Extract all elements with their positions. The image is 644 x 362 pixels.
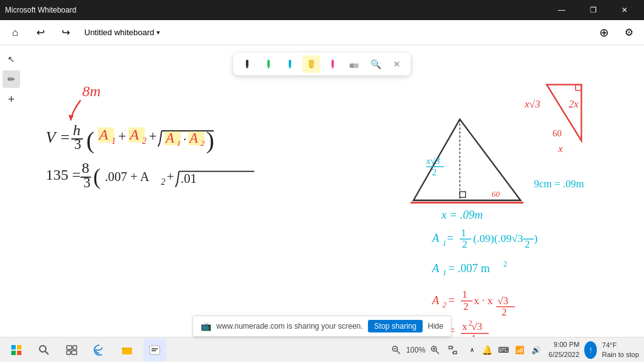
- toolbar-left: ⌂ ↩ ↪ Untitled whiteboard ▾: [5, 24, 591, 41]
- svg-text:1: 1: [462, 288, 467, 300]
- svg-text:h: h: [73, 122, 80, 138]
- svg-text:1: 1: [442, 268, 446, 277]
- svg-line-28: [158, 143, 160, 146]
- clock-date: 6/25/2022: [548, 350, 579, 359]
- volume-icon[interactable]: 🔊: [528, 341, 543, 359]
- svg-text:2: 2: [442, 300, 447, 309]
- left-sidebar: ↖ ✏ +: [0, 45, 23, 113]
- svg-marker-3: [267, 67, 270, 69]
- svg-rect-2: [267, 60, 270, 67]
- pen-tool-button[interactable]: ✏: [3, 70, 20, 88]
- screen-share-text: www.numerade.com is sharing your screen.: [216, 322, 363, 331]
- svg-text:A: A: [431, 294, 440, 307]
- svg-text:x: x: [558, 143, 564, 155]
- yellow-highlighter-button[interactable]: [303, 55, 320, 73]
- zoom-in-button[interactable]: [428, 343, 443, 358]
- whiteboard-title: Untitled whiteboard: [84, 28, 154, 37]
- whiteboard-taskbar-button[interactable]: [143, 339, 166, 361]
- home-button[interactable]: ⌂: [5, 24, 25, 41]
- zoom-controls: 100%: [389, 343, 461, 358]
- svg-marker-5: [289, 67, 291, 69]
- svg-text:x = .09m: x = .09m: [441, 209, 483, 221]
- undo-button[interactable]: ↩: [30, 24, 50, 41]
- svg-text:2: 2: [525, 238, 530, 250]
- svg-point-102: [40, 346, 46, 352]
- svg-rect-59: [575, 85, 581, 90]
- wifi-icon[interactable]: 📶: [512, 341, 527, 359]
- svg-text:2: 2: [501, 306, 506, 318]
- svg-text:A: A: [431, 232, 440, 244]
- main-toolbar: ⌂ ↩ ↪ Untitled whiteboard ▾ ⊕ ⚙: [0, 20, 644, 45]
- settings-button[interactable]: ⚙: [619, 24, 639, 41]
- svg-rect-120: [453, 351, 457, 354]
- edge-browser-button[interactable]: [88, 339, 111, 361]
- system-icons: ∧ 🔔 ⌨ 📶 🔊: [465, 341, 543, 359]
- hide-button[interactable]: Hide: [428, 322, 443, 331]
- start-button[interactable]: [5, 339, 28, 361]
- svg-line-27: [160, 131, 162, 142]
- svg-text:= .007 m: = .007 m: [448, 262, 491, 275]
- notification-icon[interactable]: 🔔: [479, 341, 494, 359]
- zoom-out-button[interactable]: [389, 343, 404, 358]
- titlebar-right: — ❐ ✕: [547, 0, 639, 20]
- eraser-button[interactable]: [345, 55, 363, 73]
- svg-text:2: 2: [503, 260, 507, 268]
- cyan-pen-button[interactable]: [281, 55, 299, 73]
- pink-pen-button[interactable]: [324, 55, 341, 73]
- svg-marker-58: [547, 85, 581, 141]
- svg-rect-11: [353, 63, 358, 68]
- svg-marker-9: [331, 67, 334, 69]
- notification-center-button[interactable]: !: [584, 341, 597, 359]
- svg-text:√3: √3: [472, 321, 482, 332]
- svg-text:A: A: [128, 126, 139, 143]
- svg-text:x√3: x√3: [524, 98, 540, 110]
- svg-rect-105: [73, 346, 77, 349]
- svg-text:2x: 2x: [569, 98, 579, 110]
- svg-line-116: [436, 351, 439, 354]
- search-button[interactable]: [33, 339, 55, 361]
- clock-time: 9:00 PM: [548, 340, 579, 349]
- chevron-up-icon[interactable]: ∧: [465, 341, 478, 359]
- svg-rect-99: [17, 345, 21, 349]
- svg-text:x: x: [462, 321, 468, 332]
- weather-temp: 74°F: [602, 341, 639, 349]
- svg-rect-98: [11, 345, 16, 349]
- share-button[interactable]: ⊕: [594, 24, 614, 41]
- select-tool-button[interactable]: ↖: [3, 50, 20, 68]
- svg-text:A: A: [164, 130, 174, 146]
- task-view-button[interactable]: [60, 339, 83, 361]
- whiteboard-canvas[interactable]: 🔍 ✕ 8m V = h 3 ( A 1 + A 2 + A: [0, 45, 644, 337]
- svg-text:3: 3: [74, 136, 81, 152]
- minimize-button[interactable]: —: [547, 0, 576, 20]
- svg-text:x · x: x · x: [474, 294, 493, 307]
- restore-button[interactable]: ❐: [579, 0, 608, 20]
- keyboard-icon[interactable]: ⌨: [496, 341, 511, 359]
- stop-sharing-button[interactable]: Stop sharing: [368, 320, 423, 332]
- green-pen-button[interactable]: [260, 55, 277, 73]
- redo-button[interactable]: ↪: [55, 24, 75, 41]
- taskbar-left: [5, 339, 166, 361]
- math-content-svg: 8m V = h 3 ( A 1 + A 2 + A 1 ·: [0, 45, 644, 337]
- svg-text:60: 60: [552, 128, 562, 138]
- search-zoom-button[interactable]: 🔍: [367, 55, 384, 73]
- svg-text:4: 4: [470, 332, 476, 337]
- add-content-button[interactable]: +: [3, 90, 20, 108]
- svg-text:2: 2: [161, 177, 165, 187]
- time-area[interactable]: 9:00 PM 6/25/2022: [548, 340, 579, 359]
- whiteboard-title-area[interactable]: Untitled whiteboard ▾: [80, 26, 164, 38]
- svg-rect-0: [246, 60, 248, 67]
- svg-text:2: 2: [464, 300, 469, 312]
- svg-text:+: +: [149, 128, 157, 144]
- black-pen-button[interactable]: [238, 55, 256, 73]
- titlebar: Microsoft Whiteboard — ❐ ✕: [0, 0, 644, 20]
- file-explorer-button[interactable]: [116, 339, 138, 361]
- svg-line-113: [397, 351, 400, 354]
- svg-text:·: ·: [183, 131, 187, 145]
- taskbar-right: 100% ∧ 🔔 ⌨ 📶 🔊 9:00 PM 6/25/2022 ! 74°F …: [389, 340, 639, 359]
- close-button[interactable]: ✕: [610, 0, 639, 20]
- close-toolbar-button[interactable]: ✕: [388, 55, 406, 73]
- fit-screen-button[interactable]: [445, 343, 460, 358]
- svg-marker-13: [69, 114, 74, 120]
- chevron-down-icon: ▾: [157, 29, 160, 36]
- svg-text:√3: √3: [497, 295, 508, 307]
